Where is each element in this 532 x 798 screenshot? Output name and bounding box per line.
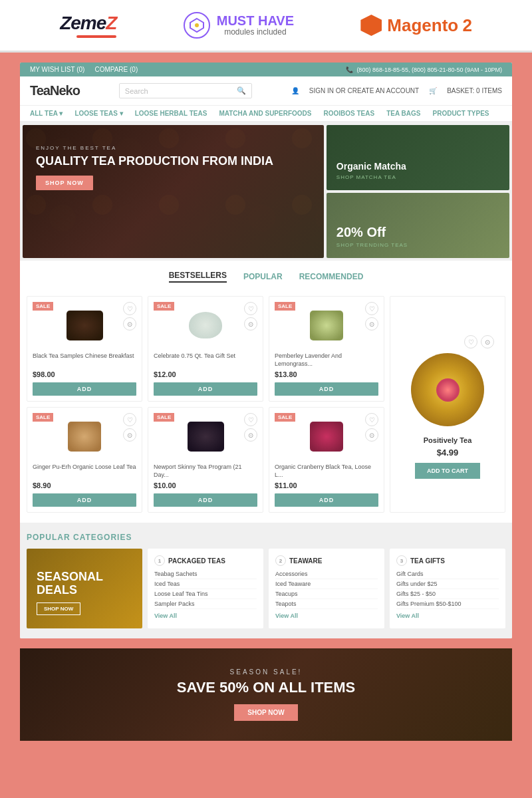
search-icon[interactable]: 🔍 — [237, 86, 246, 95]
signin-link[interactable]: SIGN IN OR CREATE AN ACCOUNT — [309, 87, 419, 94]
add-btn-3[interactable]: ADD — [275, 382, 378, 396]
list-item[interactable]: Iced Teaware — [275, 579, 378, 589]
add-cart-btn[interactable]: ADD TO CART — [415, 463, 480, 479]
basket-label[interactable]: BASKET: 0 ITEMS — [447, 87, 502, 94]
category-tea-gifts: 3 TEA GIFTS Gift Cards Gifts under $25 G… — [390, 549, 505, 628]
wishlist-btn-6[interactable]: ♡ — [365, 413, 378, 426]
wishlist-btn-5[interactable]: ♡ — [244, 413, 257, 426]
list-item[interactable]: Sampler Packs — [154, 599, 257, 609]
tab-recommended[interactable]: RECOMMENDED — [299, 272, 364, 281]
compare-link[interactable]: COMPARE (0) — [94, 66, 138, 73]
compare-btn-3[interactable]: ⊙ — [365, 317, 378, 331]
teaware-items: Accessories Iced Teaware Teacups Teapots — [275, 569, 378, 609]
store-logo[interactable]: TeaNeko — [30, 83, 80, 98]
sale-badge-6: SALE — [275, 413, 295, 422]
teaware-view-all[interactable]: View All — [275, 612, 378, 619]
sale-badge-5: SALE — [154, 413, 174, 422]
list-item[interactable]: Iced Teas — [154, 579, 257, 589]
compare-btn-5[interactable]: ⊙ — [244, 428, 257, 442]
sale-label: SEASON SALE! — [33, 668, 499, 676]
packaged-teas-items: Teabag Sachets Iced Teas Loose Leaf Tea … — [154, 569, 257, 609]
product-price-4: $8.90 — [33, 481, 136, 489]
hero-title: QUALITY TEA PRODUCTION FROM INDIA — [36, 154, 311, 169]
wishlist-btn-2[interactable]: ♡ — [244, 302, 257, 315]
list-item[interactable]: Gifts under $25 — [396, 579, 499, 589]
basket-icon: 🛒 — [429, 87, 437, 94]
add-btn-5[interactable]: ADD — [154, 493, 257, 507]
top-bar-right: 📞 (800) 868-18-85-55, (800) 805-21-80-50… — [346, 66, 502, 73]
product-card-6: SALE ♡ ⊙ Organic Cranberry Black Tea, Lo… — [269, 407, 384, 513]
nav-all-tea[interactable]: ALL TEA ▾ — [30, 110, 63, 117]
featured-compare-btn[interactable]: ⊙ — [481, 335, 494, 348]
tea-gifts-view-all[interactable]: View All — [396, 612, 499, 619]
product-name-5: Newport Skinny Tea Program (21 Day... — [154, 464, 257, 479]
tab-bestsellers[interactable]: BESTSELLERS — [169, 271, 227, 283]
add-btn-1[interactable]: ADD — [33, 382, 136, 396]
product-actions-6: ♡ ⊙ — [365, 413, 378, 442]
product-name-1: Black Tea Samples Chinese Breakfast — [33, 352, 136, 368]
store-header: TeaNeko Search 🔍 👤 SIGN IN OR CREATE AN … — [20, 76, 512, 106]
add-btn-2[interactable]: ADD — [154, 382, 257, 396]
zemes-logo-block: ZemeZ — [60, 13, 116, 38]
magento-logo: Magento 2 — [360, 15, 471, 36]
nav-tea-bags[interactable]: TEA BAGS — [386, 110, 420, 117]
hero-shop-btn[interactable]: SHOP NOW — [36, 176, 93, 190]
nav-rooibos[interactable]: ROOIBOS TEAS — [323, 110, 374, 117]
category-promo: SEASONAL DEALS SHOP NOW — [27, 549, 142, 628]
user-icon: 👤 — [291, 87, 299, 94]
compare-btn-4[interactable]: ⊙ — [123, 428, 136, 442]
featured-actions: ♡ ⊙ — [464, 335, 494, 348]
list-item[interactable]: Gifts $25 - $50 — [396, 589, 499, 599]
store-nav: ALL TEA ▾ LOOSE TEAS ▾ LOOSE HERBAL TEAS… — [20, 106, 512, 122]
product-price-2: $12.00 — [154, 370, 257, 378]
zemes-underline — [76, 35, 116, 38]
hero-side-bottom: 20% Off SHOP TRENDING TEAS — [327, 193, 509, 258]
add-btn-4[interactable]: ADD — [33, 493, 136, 507]
tea-leaves-img — [66, 311, 103, 340]
product-price-6: $11.00 — [275, 481, 378, 489]
magento-icon — [360, 15, 382, 36]
product-price-3: $13.80 — [275, 370, 378, 378]
list-item[interactable]: Gifts Premium $50-$100 — [396, 599, 499, 609]
nav-loose-teas[interactable]: LOOSE TEAS ▾ — [74, 110, 122, 117]
list-item[interactable]: Teabag Sachets — [154, 569, 257, 579]
sale-title: SAVE 50% ON ALL ITEMS — [33, 679, 499, 696]
tea-gifts-items: Gift Cards Gifts under $25 Gifts $25 - $… — [396, 569, 499, 609]
promo-shop-btn[interactable]: SHOP NOW — [37, 602, 80, 615]
tea-leaves-img-2 — [188, 422, 224, 452]
compare-btn-2[interactable]: ⊙ — [244, 317, 257, 331]
list-item[interactable]: Loose Leaf Tea Tins — [154, 589, 257, 599]
hero-side-top: Organic Matcha SHOP MATCHA TEA — [327, 125, 509, 190]
search-bar[interactable]: Search 🔍 — [119, 83, 252, 98]
list-item[interactable]: Accessories — [275, 569, 378, 579]
product-card-5: SALE ♡ ⊙ Newport Skinny Tea Program (21 … — [148, 407, 263, 513]
hero-trending-link[interactable]: SHOP TRENDING TEAS — [336, 242, 499, 248]
packaged-view-all[interactable]: View All — [154, 612, 257, 619]
featured-wishlist-btn[interactable]: ♡ — [464, 335, 477, 348]
nav-loose-herbal[interactable]: LOOSE HERBAL TEAS — [135, 110, 207, 117]
featured-product-card: ♡ ⊙ Positively Tea $4.99 ADD TO CART — [390, 296, 505, 513]
list-item[interactable]: Teacups — [275, 589, 378, 599]
svg-point-1 — [195, 23, 199, 27]
wishlist-btn-4[interactable]: ♡ — [123, 413, 136, 426]
hero-side-link[interactable]: SHOP MATCHA TEA — [336, 174, 499, 180]
list-item[interactable]: Teapots — [275, 599, 378, 609]
hero-subtitle: ENJOY THE BEST TEA — [36, 145, 311, 151]
zemes-logo: ZemeZ — [60, 13, 116, 34]
compare-btn-1[interactable]: ⊙ — [123, 317, 136, 331]
compare-btn-6[interactable]: ⊙ — [365, 428, 378, 442]
nav-product-types[interactable]: PRODUCT TYPES — [432, 110, 489, 117]
wishlist-link[interactable]: MY WISH LIST (0) — [30, 66, 84, 73]
tab-popular[interactable]: POPULAR — [243, 272, 283, 281]
add-btn-6[interactable]: ADD — [275, 493, 378, 507]
list-item[interactable]: Gift Cards — [396, 569, 499, 579]
sale-badge-3: SALE — [275, 302, 295, 311]
nav-matcha[interactable]: MATCHA AND SUPERFOODS — [219, 110, 311, 117]
sale-btn[interactable]: SHOP NOW — [234, 704, 297, 721]
product-name-4: Ginger Pu-Erh Organic Loose Leaf Tea — [33, 464, 136, 479]
top-bar-left: MY WISH LIST (0) COMPARE (0) — [30, 66, 138, 73]
cat-num-2: 2 — [275, 555, 286, 566]
product-price-5: $10.00 — [154, 481, 257, 489]
wishlist-btn-3[interactable]: ♡ — [365, 302, 378, 315]
wishlist-btn-1[interactable]: ♡ — [123, 302, 136, 315]
